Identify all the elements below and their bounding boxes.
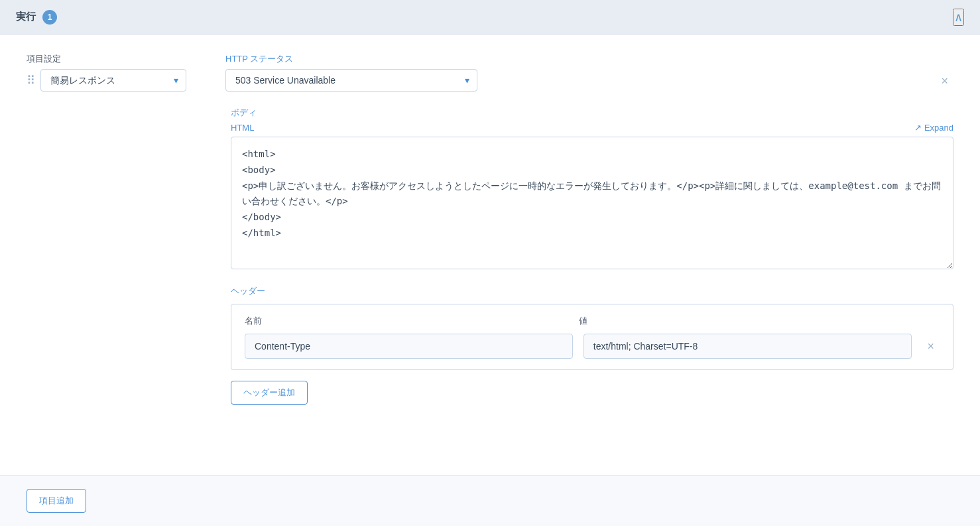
html-label: HTML <box>231 123 254 133</box>
body-textarea[interactable] <box>231 137 953 269</box>
http-status-select-wrapper: 200 OK301 Moved Permanently302 Found400 … <box>225 69 477 92</box>
header-fields-row: × <box>245 334 940 359</box>
header-fields-box: 名前 値 × <box>231 304 953 370</box>
section-header: 実行 1 ∧ <box>0 0 980 34</box>
expand-icon: ↗ <box>914 123 922 133</box>
expand-button[interactable]: ↗ Expand <box>914 123 953 133</box>
item-settings-group: 項目設定 ⠿ 簡易レスポンスリダイレクト転送 ▾ <box>27 53 210 92</box>
content-area: 項目設定 ⠿ 簡易レスポンスリダイレクト転送 ▾ HTTP ステータ <box>0 34 980 475</box>
add-header-button[interactable]: ヘッダー追加 <box>231 381 308 405</box>
header-section-label: ヘッダー <box>231 285 953 297</box>
section-title-group: 実行 1 <box>16 10 57 25</box>
drag-handle-icon[interactable]: ⠿ <box>27 73 35 88</box>
http-status-group: HTTP ステータス 200 OK301 Moved Permanently30… <box>225 53 930 92</box>
header-fields-labels: 名前 値 <box>245 315 940 327</box>
header-name-label: 名前 <box>245 315 568 327</box>
main-content-row: 項目設定 ⠿ 簡易レスポンスリダイレクト転送 ▾ HTTP ステータ <box>27 53 953 94</box>
html-label-row: HTML ↗ Expand <box>231 123 953 133</box>
item-settings-select-wrapper: 簡易レスポンスリダイレクト転送 ▾ <box>40 69 186 92</box>
body-label: ボディ <box>231 107 953 119</box>
section-title: 実行 <box>16 11 36 23</box>
body-section: ボディ HTML ↗ Expand <box>231 107 953 272</box>
http-status-col: HTTP ステータス 200 OK301 Moved Permanently30… <box>225 53 953 94</box>
collapse-button[interactable]: ∧ <box>953 9 964 26</box>
item-settings-col: 項目設定 ⠿ 簡易レスポンスリダイレクト転送 ▾ <box>27 53 225 92</box>
delete-item-button[interactable]: × <box>936 69 953 94</box>
item-settings-select[interactable]: 簡易レスポンスリダイレクト転送 <box>40 69 186 92</box>
http-status-select[interactable]: 200 OK301 Moved Permanently302 Found400 … <box>225 69 477 92</box>
section-footer: 項目追加 <box>0 475 980 526</box>
header-value-input[interactable] <box>583 334 912 359</box>
header-name-input[interactable] <box>245 334 573 359</box>
header-delete-button[interactable]: × <box>922 337 940 356</box>
item-setting-row: ⠿ 簡易レスポンスリダイレクト転送 ▾ <box>27 69 210 92</box>
http-status-inner: HTTP ステータス 200 OK301 Moved Permanently30… <box>225 53 953 94</box>
expand-label: Expand <box>924 123 953 133</box>
http-status-label: HTTP ステータス <box>225 53 930 65</box>
header-value-label: 値 <box>579 315 902 327</box>
header-section: ヘッダー 名前 値 × ヘッダー追加 <box>231 285 953 405</box>
section-badge: 1 <box>42 10 57 25</box>
http-status-fields: HTTP ステータス 200 OK301 Moved Permanently30… <box>225 53 930 92</box>
page-wrapper: 実行 1 ∧ 項目設定 ⠿ 簡易レスポンスリダイレクト転送 ▾ <box>0 0 980 526</box>
add-item-button[interactable]: 項目追加 <box>27 489 86 513</box>
item-settings-label: 項目設定 <box>27 53 210 65</box>
